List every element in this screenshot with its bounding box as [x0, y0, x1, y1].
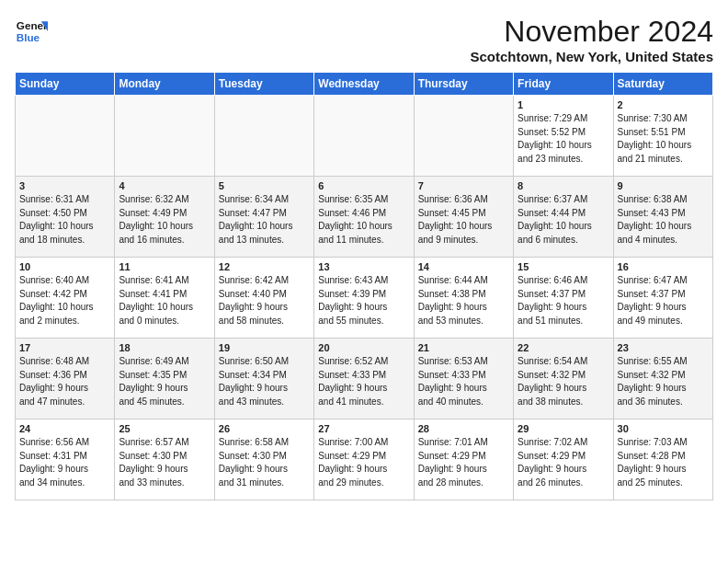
calendar-week-row: 1Sunrise: 7:29 AM Sunset: 5:52 PM Daylig…: [16, 96, 713, 177]
day-number: 15: [518, 261, 609, 272]
cell-daylight-info: Sunrise: 6:34 AM Sunset: 4:47 PM Dayligh…: [219, 193, 310, 247]
calendar-cell: 13Sunrise: 6:43 AM Sunset: 4:39 PM Dayli…: [314, 258, 414, 339]
calendar-week-row: 3Sunrise: 6:31 AM Sunset: 4:50 PM Daylig…: [16, 177, 713, 258]
calendar-cell: 20Sunrise: 6:52 AM Sunset: 4:33 PM Dayli…: [314, 339, 414, 419]
day-number: 13: [318, 261, 409, 272]
calendar-table: SundayMondayTuesdayWednesdayThursdayFrid…: [15, 72, 713, 500]
weekday-header-cell: Saturday: [613, 73, 712, 96]
calendar-cell: 10Sunrise: 6:40 AM Sunset: 4:42 PM Dayli…: [16, 258, 115, 339]
cell-daylight-info: Sunrise: 6:47 AM Sunset: 4:37 PM Dayligh…: [618, 274, 709, 327]
cell-daylight-info: Sunrise: 6:56 AM Sunset: 4:31 PM Dayligh…: [19, 436, 110, 489]
cell-daylight-info: Sunrise: 6:46 AM Sunset: 4:37 PM Dayligh…: [518, 274, 609, 327]
day-number: 19: [219, 342, 310, 353]
cell-daylight-info: Sunrise: 7:29 AM Sunset: 5:52 PM Dayligh…: [518, 112, 609, 166]
day-number: 4: [119, 180, 210, 191]
calendar-cell: 8Sunrise: 6:37 AM Sunset: 4:44 PM Daylig…: [514, 177, 613, 258]
cell-daylight-info: Sunrise: 6:55 AM Sunset: 4:32 PM Dayligh…: [618, 355, 709, 408]
day-number: 6: [318, 180, 409, 191]
calendar-cell: 1Sunrise: 7:29 AM Sunset: 5:52 PM Daylig…: [514, 96, 613, 177]
calendar-cell: [414, 96, 513, 177]
day-number: 14: [418, 261, 509, 272]
calendar-cell: 5Sunrise: 6:34 AM Sunset: 4:47 PM Daylig…: [214, 177, 313, 258]
day-number: 21: [418, 342, 509, 353]
title-block: November 2024 Scotchtown, New York, Unit…: [471, 15, 714, 64]
day-number: 17: [19, 342, 110, 353]
cell-daylight-info: Sunrise: 6:58 AM Sunset: 4:30 PM Dayligh…: [219, 436, 310, 489]
weekday-header-cell: Friday: [514, 73, 613, 96]
cell-daylight-info: Sunrise: 6:40 AM Sunset: 4:42 PM Dayligh…: [19, 274, 110, 327]
day-number: 23: [618, 342, 709, 353]
cell-daylight-info: Sunrise: 6:49 AM Sunset: 4:35 PM Dayligh…: [119, 355, 210, 408]
calendar-cell: 15Sunrise: 6:46 AM Sunset: 4:37 PM Dayli…: [514, 258, 613, 339]
day-number: 1: [518, 99, 609, 110]
cell-daylight-info: Sunrise: 6:52 AM Sunset: 4:33 PM Dayligh…: [318, 355, 409, 408]
cell-daylight-info: Sunrise: 7:30 AM Sunset: 5:51 PM Dayligh…: [618, 112, 709, 166]
day-number: 11: [119, 261, 210, 272]
calendar-cell: 25Sunrise: 6:57 AM Sunset: 4:30 PM Dayli…: [115, 419, 214, 500]
calendar-week-row: 10Sunrise: 6:40 AM Sunset: 4:42 PM Dayli…: [16, 258, 713, 339]
page-header: General Blue November 2024 Scotchtown, N…: [15, 15, 713, 64]
day-number: 20: [318, 342, 409, 353]
cell-daylight-info: Sunrise: 6:31 AM Sunset: 4:50 PM Dayligh…: [19, 193, 110, 247]
cell-daylight-info: Sunrise: 6:57 AM Sunset: 4:30 PM Dayligh…: [119, 436, 210, 489]
cell-daylight-info: Sunrise: 7:00 AM Sunset: 4:29 PM Dayligh…: [318, 436, 409, 489]
day-number: 5: [219, 180, 310, 191]
logo-icon: General Blue: [15, 15, 48, 48]
calendar-cell: 18Sunrise: 6:49 AM Sunset: 4:35 PM Dayli…: [115, 339, 214, 419]
day-number: 8: [518, 180, 609, 191]
calendar-cell: 23Sunrise: 6:55 AM Sunset: 4:32 PM Dayli…: [613, 339, 712, 419]
calendar-cell: 30Sunrise: 7:03 AM Sunset: 4:28 PM Dayli…: [613, 419, 712, 500]
calendar-cell: 2Sunrise: 7:30 AM Sunset: 5:51 PM Daylig…: [613, 96, 712, 177]
calendar-cell: [314, 96, 414, 177]
location-title: Scotchtown, New York, United States: [471, 49, 714, 64]
cell-daylight-info: Sunrise: 6:36 AM Sunset: 4:45 PM Dayligh…: [418, 193, 509, 247]
cell-daylight-info: Sunrise: 7:03 AM Sunset: 4:28 PM Dayligh…: [618, 436, 709, 489]
calendar-cell: 3Sunrise: 6:31 AM Sunset: 4:50 PM Daylig…: [16, 177, 115, 258]
cell-daylight-info: Sunrise: 6:35 AM Sunset: 4:46 PM Dayligh…: [318, 193, 409, 247]
day-number: 7: [418, 180, 509, 191]
weekday-header-row: SundayMondayTuesdayWednesdayThursdayFrid…: [16, 73, 713, 96]
weekday-header-cell: Sunday: [16, 73, 115, 96]
calendar-cell: 4Sunrise: 6:32 AM Sunset: 4:49 PM Daylig…: [115, 177, 214, 258]
calendar-cell: [16, 96, 115, 177]
calendar-week-row: 24Sunrise: 6:56 AM Sunset: 4:31 PM Dayli…: [16, 419, 713, 500]
cell-daylight-info: Sunrise: 6:43 AM Sunset: 4:39 PM Dayligh…: [318, 274, 409, 327]
cell-daylight-info: Sunrise: 6:48 AM Sunset: 4:36 PM Dayligh…: [19, 355, 110, 408]
calendar-cell: 6Sunrise: 6:35 AM Sunset: 4:46 PM Daylig…: [314, 177, 414, 258]
calendar-cell: 27Sunrise: 7:00 AM Sunset: 4:29 PM Dayli…: [314, 419, 414, 500]
calendar-body: 1Sunrise: 7:29 AM Sunset: 5:52 PM Daylig…: [16, 96, 713, 500]
calendar-cell: 19Sunrise: 6:50 AM Sunset: 4:34 PM Dayli…: [214, 339, 313, 419]
calendar-cell: [115, 96, 214, 177]
cell-daylight-info: Sunrise: 6:37 AM Sunset: 4:44 PM Dayligh…: [518, 193, 609, 247]
cell-daylight-info: Sunrise: 6:54 AM Sunset: 4:32 PM Dayligh…: [518, 355, 609, 408]
day-number: 16: [618, 261, 709, 272]
cell-daylight-info: Sunrise: 6:41 AM Sunset: 4:41 PM Dayligh…: [119, 274, 210, 327]
calendar-cell: 9Sunrise: 6:38 AM Sunset: 4:43 PM Daylig…: [613, 177, 712, 258]
calendar-cell: 7Sunrise: 6:36 AM Sunset: 4:45 PM Daylig…: [414, 177, 513, 258]
cell-daylight-info: Sunrise: 6:50 AM Sunset: 4:34 PM Dayligh…: [219, 355, 310, 408]
day-number: 27: [318, 423, 409, 434]
svg-text:General: General: [17, 19, 48, 31]
day-number: 22: [518, 342, 609, 353]
calendar-cell: 29Sunrise: 7:02 AM Sunset: 4:29 PM Dayli…: [514, 419, 613, 500]
month-title: November 2024: [471, 15, 714, 49]
day-number: 29: [518, 423, 609, 434]
cell-daylight-info: Sunrise: 7:01 AM Sunset: 4:29 PM Dayligh…: [418, 436, 509, 489]
calendar-cell: 17Sunrise: 6:48 AM Sunset: 4:36 PM Dayli…: [16, 339, 115, 419]
day-number: 10: [19, 261, 110, 272]
weekday-header-cell: Monday: [115, 73, 214, 96]
calendar-cell: 24Sunrise: 6:56 AM Sunset: 4:31 PM Dayli…: [16, 419, 115, 500]
day-number: 28: [418, 423, 509, 434]
calendar-cell: 14Sunrise: 6:44 AM Sunset: 4:38 PM Dayli…: [414, 258, 513, 339]
calendar-cell: 12Sunrise: 6:42 AM Sunset: 4:40 PM Dayli…: [214, 258, 313, 339]
calendar-cell: 21Sunrise: 6:53 AM Sunset: 4:33 PM Dayli…: [414, 339, 513, 419]
day-number: 2: [618, 99, 709, 110]
cell-daylight-info: Sunrise: 6:44 AM Sunset: 4:38 PM Dayligh…: [418, 274, 509, 327]
weekday-header-cell: Wednesday: [314, 73, 414, 96]
day-number: 3: [19, 180, 110, 191]
day-number: 26: [219, 423, 310, 434]
cell-daylight-info: Sunrise: 6:53 AM Sunset: 4:33 PM Dayligh…: [418, 355, 509, 408]
cell-daylight-info: Sunrise: 7:02 AM Sunset: 4:29 PM Dayligh…: [518, 436, 609, 489]
day-number: 12: [219, 261, 310, 272]
calendar-cell: 16Sunrise: 6:47 AM Sunset: 4:37 PM Dayli…: [613, 258, 712, 339]
